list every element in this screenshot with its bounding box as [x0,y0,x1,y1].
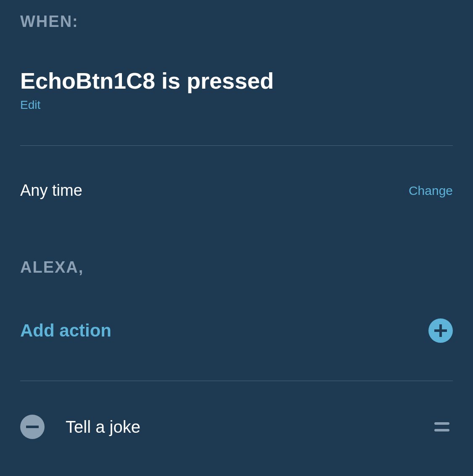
edit-trigger-link[interactable]: Edit [20,98,40,112]
trigger-title: EchoBtn1C8 is pressed [20,68,453,93]
when-header: WHEN: [20,13,453,31]
plus-icon [428,318,453,343]
action-item: Tell a joke [20,381,453,439]
alexa-header: ALEXA, [20,258,453,276]
add-action-button[interactable]: Add action [20,318,453,381]
change-time-link[interactable]: Change [409,184,453,198]
add-action-label: Add action [20,321,111,341]
time-row: Any time Change [20,146,453,237]
action-label: Tell a joke [66,418,413,437]
time-label: Any time [20,181,82,200]
remove-action-icon[interactable] [20,415,45,439]
when-section: WHEN: EchoBtn1C8 is pressed Edit [20,13,453,112]
drag-handle-icon[interactable] [434,422,453,431]
